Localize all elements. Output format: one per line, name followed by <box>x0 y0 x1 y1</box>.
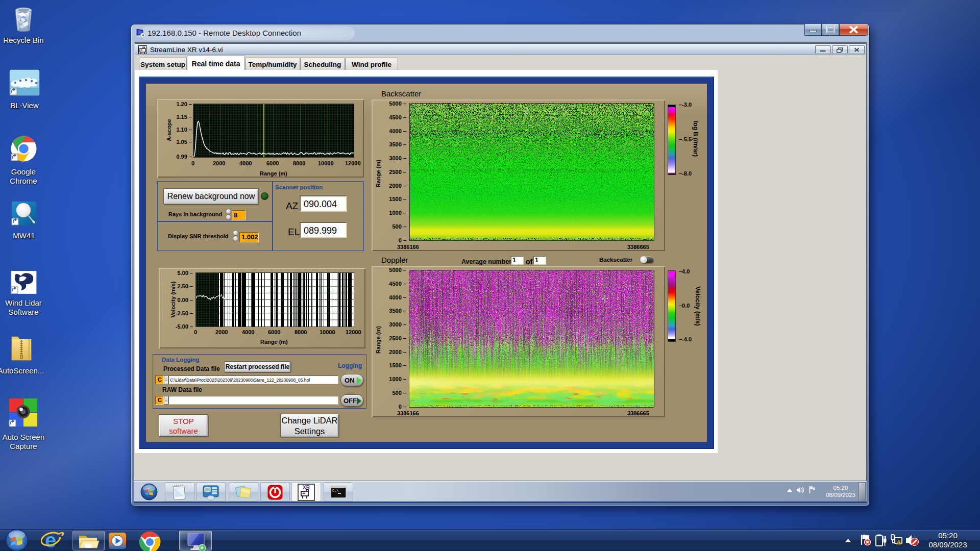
svg-text:C:\: C:\ <box>332 489 339 493</box>
